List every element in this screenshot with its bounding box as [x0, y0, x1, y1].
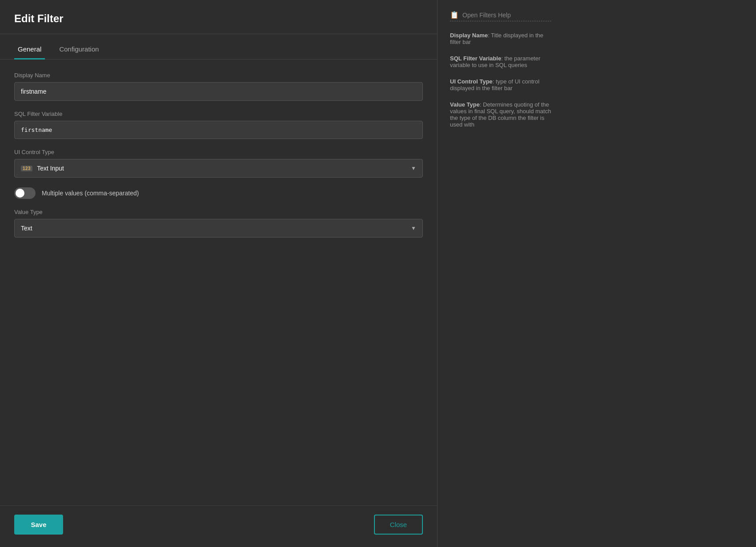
- chevron-down-icon-2: ▼: [411, 225, 416, 231]
- page-header: Edit Filter: [0, 0, 437, 34]
- help-value-type: Value Type: Determines quoting of the va…: [450, 101, 551, 128]
- multiple-values-row: Multiple values (comma-separated): [14, 187, 423, 199]
- help-ui-control: UI Control Type: type of UI control disp…: [450, 78, 551, 91]
- main-panel: Edit Filter General Configuration Displa…: [0, 0, 438, 547]
- tab-configuration[interactable]: Configuration: [56, 39, 102, 59]
- tab-general[interactable]: General: [14, 39, 45, 59]
- book-icon: 📋: [450, 11, 459, 19]
- sql-filter-label: SQL Filter Variable: [14, 111, 423, 117]
- ui-control-select[interactable]: 123 Text Input ▼: [14, 159, 423, 178]
- display-name-input[interactable]: [14, 82, 423, 101]
- help-display-name: Display Name: Title displayed in the fil…: [450, 32, 551, 45]
- help-panel: 📋 Open Filters Help Display Name: Title …: [438, 0, 562, 547]
- footer-actions: Save Close: [0, 505, 437, 547]
- multiple-values-toggle[interactable]: [14, 187, 36, 199]
- tab-bar: General Configuration: [0, 39, 437, 59]
- multiple-values-label: Multiple values (comma-separated): [42, 190, 139, 197]
- value-type-select[interactable]: Text ▼: [14, 219, 423, 238]
- toggle-slider: [14, 187, 36, 199]
- ui-control-icon-badge: 123: [21, 166, 32, 171]
- sql-filter-group: SQL Filter Variable: [14, 111, 423, 139]
- form-area: Display Name SQL Filter Variable UI Cont…: [0, 59, 437, 505]
- open-filters-help-link[interactable]: 📋 Open Filters Help: [450, 11, 551, 21]
- save-button[interactable]: Save: [14, 515, 63, 535]
- display-name-group: Display Name: [14, 72, 423, 101]
- value-type-group: Value Type Text ▼: [14, 209, 423, 238]
- sql-filter-input[interactable]: [14, 121, 423, 139]
- page-title: Edit Filter: [14, 12, 423, 25]
- chevron-down-icon: ▼: [411, 165, 416, 171]
- ui-control-label: UI Control Type: [14, 149, 423, 155]
- ui-control-group: UI Control Type 123 Text Input ▼: [14, 149, 423, 178]
- help-sql-filter: SQL Filter Variable: the parameter varia…: [450, 55, 551, 68]
- value-type-value: Text: [21, 225, 32, 232]
- header-divider: [0, 34, 437, 34]
- ui-control-value: Text Input: [37, 165, 64, 172]
- display-name-label: Display Name: [14, 72, 423, 79]
- close-button[interactable]: Close: [374, 515, 423, 535]
- value-type-label: Value Type: [14, 209, 423, 215]
